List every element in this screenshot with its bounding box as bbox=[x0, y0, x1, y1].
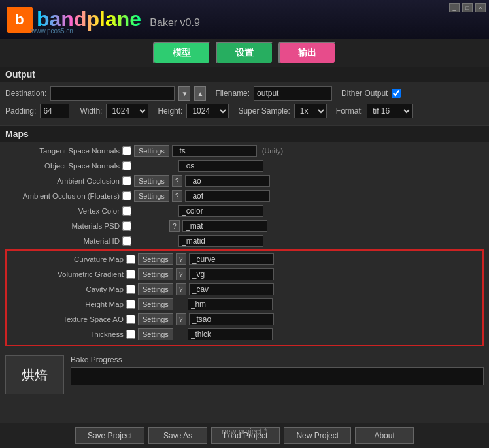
volumetric-suffix[interactable] bbox=[189, 268, 274, 280]
vertex-color-suffix[interactable] bbox=[178, 205, 263, 217]
output-section-header: Output bbox=[0, 67, 489, 82]
filename-label: Filename: bbox=[215, 89, 250, 98]
maps-section: Tangent Space Normals Settings (Unity) O… bbox=[0, 142, 489, 350]
about-button[interactable]: About bbox=[355, 427, 414, 444]
ao-floaters-suffix[interactable] bbox=[185, 190, 270, 202]
map-row-vertex-color: Vertex Color bbox=[5, 204, 484, 217]
cavity-suffix[interactable] bbox=[189, 283, 274, 295]
height-label: Height: bbox=[158, 106, 182, 116]
curvature-checkbox[interactable] bbox=[126, 255, 135, 264]
height-checkbox[interactable] bbox=[126, 300, 135, 309]
volumetric-settings[interactable]: Settings bbox=[138, 268, 173, 280]
ambient-occlusion-help[interactable]: ? bbox=[172, 175, 182, 187]
ambient-occlusion-suffix[interactable] bbox=[185, 175, 270, 187]
ambient-occlusion-checkbox[interactable] bbox=[122, 176, 131, 185]
materials-psd-checkbox[interactable] bbox=[122, 221, 131, 231]
tab-model[interactable]: 模型 bbox=[153, 42, 211, 64]
minimize-button[interactable]: _ bbox=[449, 3, 460, 12]
cavity-help[interactable]: ? bbox=[176, 283, 186, 295]
curvature-suffix[interactable] bbox=[189, 253, 274, 265]
volumetric-help[interactable]: ? bbox=[176, 268, 186, 280]
ambient-occlusion-settings[interactable]: Settings bbox=[134, 175, 169, 187]
destination-input[interactable] bbox=[50, 86, 175, 101]
tsao-suffix[interactable] bbox=[189, 313, 274, 325]
window-controls: _ □ × bbox=[449, 3, 486, 12]
tangent-normals-extra: (Unity) bbox=[262, 147, 283, 155]
tab-settings[interactable]: 设置 bbox=[216, 42, 273, 64]
materials-psd-suffix[interactable] bbox=[182, 220, 267, 232]
tab-output[interactable]: 输出 bbox=[278, 42, 336, 64]
map-row-ambient-occlusion: Ambient Occlusion Settings ? bbox=[5, 174, 484, 187]
bottom-bar: new project * Save Project Save As Load … bbox=[0, 423, 489, 448]
dither-checkbox[interactable] bbox=[392, 89, 401, 98]
material-id-suffix[interactable] bbox=[178, 235, 263, 247]
object-normals-suffix[interactable] bbox=[178, 160, 263, 172]
padding-label: Padding: bbox=[5, 106, 36, 116]
project-name: new project * bbox=[222, 427, 267, 436]
object-normals-checkbox[interactable] bbox=[122, 161, 131, 170]
materials-psd-label: Materials PSD bbox=[5, 222, 120, 230]
nav-tabs: 模型 设置 输出 bbox=[0, 39, 489, 67]
ambient-occlusion-label: Ambient Occlusion bbox=[5, 177, 120, 185]
output-section: Destination: ▼ ▲ Filename: Dither Output… bbox=[0, 82, 489, 126]
bake-button[interactable]: 烘焙 bbox=[5, 355, 64, 394]
new-project-button[interactable]: New Project bbox=[284, 427, 351, 444]
tangent-normals-suffix[interactable] bbox=[172, 145, 257, 157]
material-id-checkbox[interactable] bbox=[122, 236, 131, 246]
thickness-suffix[interactable] bbox=[188, 328, 273, 340]
map-row-material-id: Material ID bbox=[5, 234, 484, 248]
cavity-label: Cavity Map bbox=[9, 285, 124, 293]
map-row-volumetric: Volumetric Gradient Settings ? bbox=[9, 268, 480, 281]
website-label: www.pcos5.cn bbox=[31, 27, 73, 35]
dest-browse-btn2[interactable]: ▲ bbox=[194, 86, 206, 101]
ao-floaters-checkbox[interactable] bbox=[122, 191, 131, 200]
curvature-label: Curvature Map bbox=[9, 255, 124, 263]
map-row-curvature: Curvature Map Settings ? bbox=[9, 253, 480, 266]
tangent-normals-label: Tangent Space Normals bbox=[5, 147, 120, 155]
height-select[interactable]: 102451220484096 bbox=[186, 104, 229, 118]
thickness-checkbox[interactable] bbox=[126, 330, 135, 339]
map-row-ao-floaters: Ambient Occlusion (Floaters) Settings ? bbox=[5, 189, 484, 202]
maps-section-header: Maps bbox=[0, 126, 489, 142]
curvature-help[interactable]: ? bbox=[176, 253, 186, 265]
map-row-height: Height Map Settings bbox=[9, 298, 480, 311]
vertex-color-checkbox[interactable] bbox=[122, 206, 131, 216]
material-id-label: Material ID bbox=[5, 237, 120, 245]
cavity-settings[interactable]: Settings bbox=[138, 283, 173, 295]
ao-floaters-help[interactable]: ? bbox=[172, 190, 182, 202]
save-project-button[interactable]: Save Project bbox=[75, 427, 144, 444]
format-label: Format: bbox=[336, 106, 363, 116]
vertex-color-label: Vertex Color bbox=[5, 207, 120, 215]
width-label: Width: bbox=[80, 106, 102, 116]
padding-input[interactable] bbox=[40, 104, 69, 118]
format-select[interactable]: tif 16tif 8pngjpg bbox=[367, 104, 413, 118]
curvature-settings[interactable]: Settings bbox=[138, 253, 173, 265]
maximize-button[interactable]: □ bbox=[462, 3, 473, 12]
height-suffix[interactable] bbox=[188, 298, 273, 310]
bake-progress-area: Bake Progress bbox=[71, 355, 484, 385]
thickness-settings[interactable]: Settings bbox=[138, 328, 173, 340]
super-sample-label: Super Sample: bbox=[238, 106, 290, 116]
materials-psd-help[interactable]: ? bbox=[169, 220, 180, 232]
super-sample-select[interactable]: 1x2x4x bbox=[294, 104, 327, 118]
close-button[interactable]: × bbox=[475, 3, 486, 12]
tangent-normals-settings[interactable]: Settings bbox=[134, 145, 169, 157]
ao-floaters-settings[interactable]: Settings bbox=[134, 190, 169, 202]
height-label: Height Map bbox=[9, 300, 124, 308]
filename-input[interactable] bbox=[254, 86, 332, 101]
tangent-normals-checkbox[interactable] bbox=[122, 146, 131, 155]
tsao-settings[interactable]: Settings bbox=[138, 313, 173, 325]
tsao-checkbox[interactable] bbox=[126, 315, 135, 324]
dither-label: Dither Output bbox=[341, 89, 388, 98]
save-as-button[interactable]: Save As bbox=[148, 427, 207, 444]
volumetric-checkbox[interactable] bbox=[126, 270, 135, 279]
map-row-cavity: Cavity Map Settings ? bbox=[9, 283, 480, 296]
logo-icon: b bbox=[7, 7, 33, 33]
height-settings[interactable]: Settings bbox=[138, 298, 173, 310]
tsao-help[interactable]: ? bbox=[176, 313, 186, 325]
dest-browse-btn1[interactable]: ▼ bbox=[178, 86, 190, 101]
width-select[interactable]: 102451220484096 bbox=[106, 104, 148, 118]
tsao-label: Texture Space AO bbox=[9, 315, 124, 323]
object-normals-label: Object Space Normals bbox=[5, 162, 120, 170]
cavity-checkbox[interactable] bbox=[126, 285, 135, 294]
